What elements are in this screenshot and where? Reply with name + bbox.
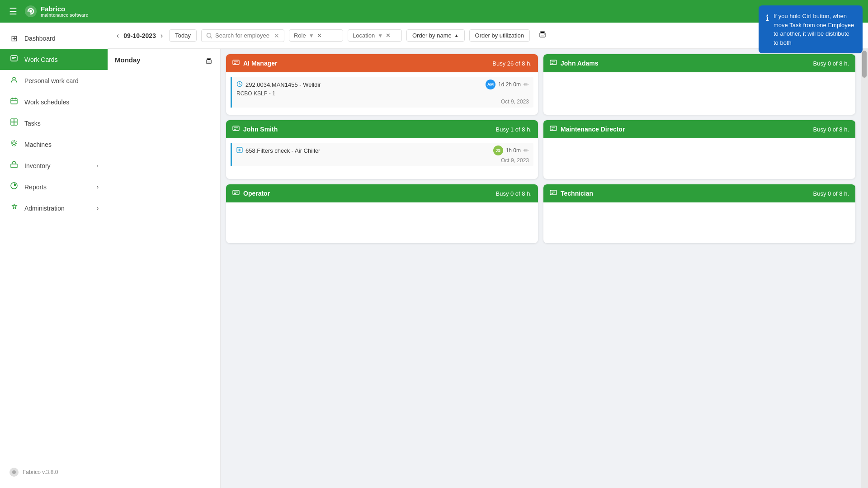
work-item-sync-icon bbox=[236, 81, 243, 89]
day-label: Monday bbox=[115, 56, 141, 64]
employee-card-operator: Operator Busy 0 of 8 h. bbox=[226, 184, 538, 243]
content-area: Monday AI Manager Busy 26 of 8 h. bbox=[108, 49, 868, 488]
logo-icon bbox=[24, 5, 37, 18]
card-name-john-adams: John Adams bbox=[561, 60, 810, 67]
tooltip-text: If you hold Ctrl button, when move Task … bbox=[774, 12, 855, 47]
day-column: Monday bbox=[108, 49, 221, 488]
svg-rect-6 bbox=[11, 99, 17, 104]
svg-point-1 bbox=[29, 10, 32, 13]
inventory-arrow-icon: › bbox=[97, 163, 99, 169]
date-range-label: 09-10-2023 bbox=[123, 32, 156, 39]
administration-icon bbox=[9, 203, 19, 213]
svg-point-5 bbox=[13, 77, 15, 80]
card-busy-ai-manager: Busy 26 of 8 h. bbox=[492, 60, 532, 67]
sidebar-item-work-schedules[interactable]: Work schedules bbox=[0, 91, 108, 113]
employee-card-maintenance-director: Maintenance Director Busy 0 of 8 h. bbox=[543, 120, 855, 179]
main-content: ‹ 09-10-2023 › Today ✕ Role ▼ ✕ Location… bbox=[108, 23, 868, 488]
sidebar-item-administration[interactable]: Administration › bbox=[0, 197, 108, 219]
card-busy-john-adams: Busy 0 of 8 h. bbox=[813, 60, 849, 67]
card-name-operator: Operator bbox=[243, 190, 492, 197]
sidebar-item-work-cards[interactable]: Work Cards bbox=[0, 49, 108, 70]
card-header-icon-ai-manager bbox=[232, 59, 240, 68]
card-header-icon-technician bbox=[550, 189, 557, 198]
svg-rect-16 bbox=[11, 164, 17, 168]
work-item-title: 292.0034.MAN1455 - Welldir bbox=[245, 81, 483, 88]
svg-rect-2 bbox=[11, 56, 17, 61]
svg-rect-10 bbox=[11, 119, 14, 122]
location-chevron-icon: ▼ bbox=[377, 33, 383, 39]
tasks-icon bbox=[9, 118, 19, 128]
day-print-icon bbox=[205, 57, 213, 65]
card-body-technician bbox=[543, 202, 855, 243]
card-header-operator: Operator Busy 0 of 8 h. bbox=[226, 184, 538, 202]
sidebar: ⊞ Dashboard Work Cards Personal work car… bbox=[0, 23, 108, 488]
work-item[interactable]: 658.Filters check - Air Chiller JS 1h 0m… bbox=[231, 143, 533, 166]
card-header-maintenance-director: Maintenance Director Busy 0 of 8 h. bbox=[543, 120, 855, 138]
card-header-john-adams: John Adams Busy 0 of 8 h. bbox=[543, 54, 855, 72]
employee-card-john-smith: John Smith Busy 1 of 8 h. 658.Filters ch… bbox=[226, 120, 538, 179]
work-item-time: 1h 0m bbox=[506, 147, 521, 154]
svg-rect-32 bbox=[550, 60, 557, 65]
personal-work-card-icon bbox=[9, 75, 19, 86]
prev-date-button[interactable]: ‹ bbox=[115, 31, 121, 41]
svg-rect-35 bbox=[233, 126, 239, 131]
app-logo: Fabrico maintenance software bbox=[24, 5, 88, 18]
sidebar-item-personal-work-card[interactable]: Personal work card bbox=[0, 70, 108, 91]
search-employee-input[interactable] bbox=[215, 32, 269, 39]
work-item-subtitle: RCBO KSLP - 1 bbox=[236, 90, 529, 97]
print-button[interactable] bbox=[536, 28, 549, 43]
today-button[interactable]: Today bbox=[169, 29, 197, 42]
day-print-button[interactable] bbox=[205, 57, 213, 67]
sidebar-item-reports[interactable]: Reports › bbox=[0, 176, 108, 197]
sidebar-item-tasks[interactable]: Tasks bbox=[0, 113, 108, 134]
card-header-icon-operator bbox=[232, 189, 240, 198]
svg-rect-26 bbox=[207, 61, 210, 62]
scrollbar[interactable] bbox=[861, 49, 868, 488]
work-item-title: 658.Filters check - Air Chiller bbox=[245, 147, 491, 154]
card-header-icon-john-adams bbox=[550, 59, 557, 68]
svg-rect-28 bbox=[233, 60, 239, 65]
location-filter[interactable]: Location ▼ ✕ bbox=[348, 29, 402, 42]
search-employee-clear[interactable]: ✕ bbox=[274, 32, 279, 39]
card-body-ai-manager: 292.0034.MAN1455 - Welldir AM 1d 2h 0m ✏… bbox=[226, 72, 538, 115]
card-header-john-smith: John Smith Busy 1 of 8 h. bbox=[226, 120, 538, 138]
card-name-ai-manager: AI Manager bbox=[243, 60, 489, 67]
work-item-edit-button[interactable]: ✏ bbox=[524, 147, 529, 154]
card-busy-maintenance-director: Busy 0 of 8 h. bbox=[813, 126, 849, 133]
order-by-name-button[interactable]: Order by name ▲ bbox=[406, 29, 465, 42]
svg-rect-11 bbox=[14, 119, 17, 122]
administration-arrow-icon: › bbox=[97, 205, 99, 211]
day-header: Monday bbox=[115, 56, 213, 67]
work-item-time: 1d 2h 0m bbox=[498, 81, 521, 88]
cards-grid: AI Manager Busy 26 of 8 h. 292.0034.MAN1… bbox=[221, 49, 861, 488]
scrollbar-thumb[interactable] bbox=[862, 51, 867, 78]
date-navigation: ‹ 09-10-2023 › bbox=[115, 31, 165, 41]
sidebar-item-machines[interactable]: Machines bbox=[0, 134, 108, 155]
card-body-john-smith: 658.Filters check - Air Chiller JS 1h 0m… bbox=[226, 138, 538, 179]
dashboard-icon: ⊞ bbox=[9, 33, 19, 43]
sidebar-item-inventory[interactable]: Inventory › bbox=[0, 155, 108, 176]
reports-icon bbox=[9, 182, 19, 192]
tooltip-box: ℹ If you hold Ctrl button, when move Tas… bbox=[759, 5, 863, 53]
order-by-utilization-button[interactable]: Order by utilization bbox=[469, 29, 530, 42]
work-item-avatar: AM bbox=[486, 80, 495, 89]
next-date-button[interactable]: › bbox=[159, 31, 165, 41]
location-clear[interactable]: ✕ bbox=[386, 32, 391, 39]
work-item-edit-button[interactable]: ✏ bbox=[524, 81, 529, 88]
fabrico-footer-icon bbox=[9, 467, 19, 477]
svg-point-20 bbox=[207, 33, 211, 37]
role-filter[interactable]: Role ▼ ✕ bbox=[289, 29, 343, 42]
card-name-technician: Technician bbox=[561, 190, 810, 197]
reports-arrow-icon: › bbox=[97, 184, 99, 190]
work-item[interactable]: 292.0034.MAN1455 - Welldir AM 1d 2h 0m ✏… bbox=[231, 77, 533, 108]
machines-icon bbox=[9, 139, 19, 150]
card-header-icon-maintenance-director bbox=[550, 125, 557, 134]
role-clear[interactable]: ✕ bbox=[317, 32, 322, 39]
svg-rect-23 bbox=[541, 35, 544, 36]
menu-toggle-button[interactable]: ☰ bbox=[7, 4, 19, 19]
search-employee-filter[interactable]: ✕ bbox=[201, 29, 284, 42]
inventory-icon bbox=[9, 160, 19, 171]
toolbar: ‹ 09-10-2023 › Today ✕ Role ▼ ✕ Location… bbox=[108, 23, 868, 49]
sidebar-item-dashboard[interactable]: ⊞ Dashboard bbox=[0, 28, 108, 49]
card-body-john-adams bbox=[543, 72, 855, 115]
